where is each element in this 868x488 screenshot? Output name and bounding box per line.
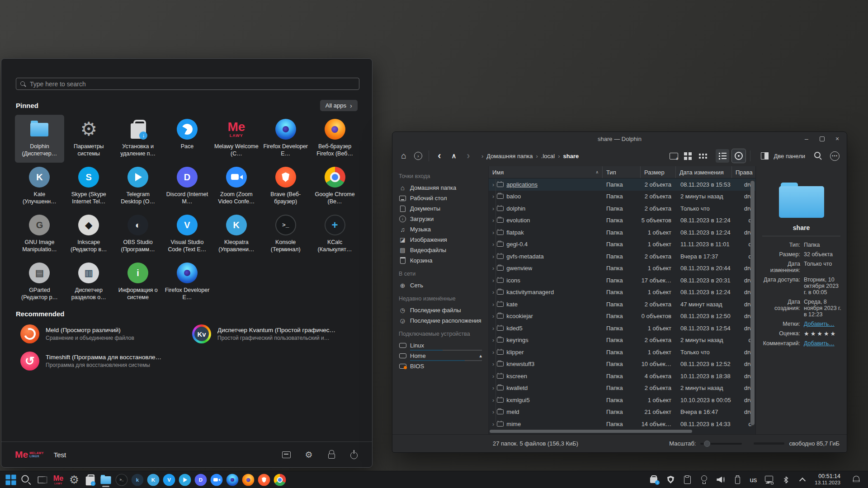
app-tile[interactable]: G GNU Image Manipulatio… bbox=[15, 211, 64, 258]
app-tile[interactable]: V Visual Studio Code (Text E… bbox=[163, 211, 212, 258]
table-row[interactable]: › kxmlgui5 Папка 1 объект 10.10.2023 в 0… bbox=[489, 394, 755, 406]
recommended-item[interactable]: Kv Диспетчер Kvantum (Простой графичес… … bbox=[192, 324, 355, 343]
sidebar-item[interactable]: Сеть ▴ bbox=[399, 280, 488, 291]
breadcrumb-home[interactable]: Домашняя папка bbox=[486, 153, 533, 160]
expander-icon[interactable]: › bbox=[492, 361, 494, 367]
notifications-bell-icon[interactable] bbox=[852, 475, 861, 485]
expander-icon[interactable]: › bbox=[492, 217, 494, 224]
table-row[interactable]: › keyrings Папка 2 объекта 2 минуты наза… bbox=[489, 334, 755, 347]
app-tile[interactable]: KCalc (Калькулят… bbox=[310, 211, 359, 258]
app-tile[interactable]: Установка и удаление п… bbox=[113, 115, 163, 163]
app-tile[interactable]: Параметры системы bbox=[64, 115, 113, 163]
icons-view-button[interactable] bbox=[683, 149, 697, 163]
app-tile[interactable]: Firefox Developer E… bbox=[261, 115, 310, 163]
column-header-name[interactable]: Имя∧ bbox=[489, 166, 603, 178]
taskbar-app-button[interactable] bbox=[98, 472, 113, 488]
app-tile[interactable]: Веб-браузер Firefox (Веб… bbox=[310, 115, 359, 163]
close-button[interactable]: × bbox=[834, 136, 840, 142]
expander-icon[interactable]: › bbox=[492, 373, 494, 380]
column-header-size[interactable]: Размер bbox=[641, 166, 676, 178]
table-row[interactable]: › knewstuff3 Папка 10 объек… 08.11.2023 … bbox=[489, 358, 755, 371]
horizontal-scrollbar[interactable] bbox=[489, 429, 755, 434]
taskbar-app-button[interactable]: V bbox=[161, 472, 177, 488]
screen-lock-icon[interactable] bbox=[764, 475, 774, 485]
sidebar-item[interactable]: Музыка ▴ bbox=[399, 224, 488, 235]
places-icon[interactable] bbox=[412, 150, 424, 162]
night-color-icon[interactable] bbox=[699, 475, 708, 485]
table-row[interactable]: › kded5 Папка 1 объект 08.11.2023 в 12:5… bbox=[489, 322, 755, 334]
removable-device-icon[interactable] bbox=[733, 475, 742, 485]
app-tile[interactable]: Me Melawy Welcome (C… bbox=[212, 115, 261, 163]
find-button[interactable] bbox=[811, 149, 825, 163]
app-tile[interactable]: K Kate (Улучшенн… bbox=[15, 163, 64, 211]
app-tile[interactable]: Zoom (Zoom Video Confe… bbox=[212, 163, 261, 211]
property-value[interactable]: ★★★★★ bbox=[804, 330, 841, 337]
titlebar[interactable]: share — Dolphin – × bbox=[392, 132, 847, 145]
property-value[interactable]: Добавить… bbox=[804, 321, 841, 327]
app-tile[interactable]: Google Chrome (Be… bbox=[310, 163, 359, 211]
table-row[interactable]: › kactivitymanagerd Папка 1 объект 08.11… bbox=[489, 286, 755, 299]
taskbar-app-button[interactable] bbox=[177, 472, 193, 488]
expander-icon[interactable]: › bbox=[492, 385, 494, 391]
taskbar-app-button[interactable] bbox=[82, 472, 98, 488]
property-value[interactable]: Среда, 8 ноября 2023 г. в 12:23 bbox=[804, 299, 841, 318]
clipboard-icon[interactable] bbox=[683, 475, 692, 485]
table-row[interactable]: › kscreen Папка 4 объекта 10.11.2023 в 1… bbox=[489, 370, 755, 382]
zoom-slider-knob[interactable] bbox=[704, 441, 710, 447]
table-row[interactable]: › klipper Папка 1 объект Только что drw bbox=[489, 346, 755, 358]
expander-icon[interactable]: › bbox=[492, 253, 494, 260]
sidebar-item[interactable]: Документы ▴ bbox=[399, 203, 488, 214]
sidebar-item[interactable]: Изображения ▴ bbox=[399, 235, 488, 245]
app-tile[interactable]: ◆ Inkscape (Редактор в… bbox=[64, 211, 113, 258]
taskbar-app-button[interactable] bbox=[3, 472, 19, 488]
keyboard-layout[interactable]: us bbox=[750, 475, 757, 485]
power-icon[interactable] bbox=[349, 450, 359, 459]
expander-icon[interactable]: › bbox=[492, 301, 494, 308]
expander-icon[interactable]: › bbox=[492, 337, 494, 343]
table-row[interactable]: › gvfs-metadata Папка 2 объекта Вчера в … bbox=[489, 250, 755, 263]
property-value[interactable]: Вторник, 10 октября 2023 г. в 00:05 bbox=[804, 277, 841, 296]
app-tile[interactable]: K Kleopatra (Управлени… bbox=[212, 211, 261, 258]
expander-icon[interactable]: › bbox=[492, 325, 494, 332]
table-row[interactable]: › evolution Папка 5 объектов 08.11.2023 … bbox=[489, 215, 755, 227]
user-name[interactable]: Test bbox=[54, 451, 66, 459]
table-row[interactable]: › gegl-0.4 Папка 1 объект 11.11.2023 в 1… bbox=[489, 239, 755, 251]
scrollbar-thumb[interactable] bbox=[750, 181, 755, 425]
compact-view-button[interactable] bbox=[699, 149, 713, 163]
preview-button[interactable] bbox=[732, 149, 745, 163]
recommended-item[interactable]: Meld (Просмотр различий) Сравнение и объ… bbox=[20, 324, 183, 343]
home-icon[interactable] bbox=[398, 150, 410, 162]
table-row[interactable]: › kate Папка 2 объекта 47 минут назад dr… bbox=[489, 298, 755, 310]
minimize-button[interactable]: – bbox=[803, 136, 810, 142]
expander-icon[interactable]: › bbox=[492, 193, 494, 200]
taskbar-app-button[interactable] bbox=[256, 472, 272, 488]
expander-icon[interactable]: › bbox=[492, 229, 494, 236]
zoom-slider[interactable] bbox=[700, 443, 742, 445]
expander-icon[interactable]: › bbox=[492, 349, 494, 356]
taskbar-app-button[interactable]: k bbox=[129, 472, 145, 488]
clock[interactable]: 00:51:14 13.11.2023 bbox=[815, 475, 840, 485]
split-view-button[interactable]: Две панели bbox=[755, 150, 809, 162]
app-tile[interactable]: ◐ OBS Studio (Программ… bbox=[113, 211, 163, 258]
table-row[interactable]: › gwenview Папка 1 объект 08.11.2023 в 2… bbox=[489, 263, 755, 275]
expander-icon[interactable]: › bbox=[492, 397, 494, 404]
expander-icon[interactable]: › bbox=[492, 265, 494, 272]
app-tile[interactable]: Firefox Developer E… bbox=[163, 258, 212, 306]
app-tile[interactable]: S Skype (Skype Internet Tel… bbox=[64, 163, 113, 211]
app-tile[interactable]: Telegram Desktop (O… bbox=[113, 163, 163, 211]
lock-icon[interactable] bbox=[327, 450, 336, 459]
sidebar-item[interactable]: Рабочий стол ▴ bbox=[399, 193, 488, 203]
bluetooth-icon[interactable] bbox=[781, 475, 790, 485]
sidebar-item[interactable]: Домашняя папка ▴ bbox=[399, 183, 488, 193]
sidebar-item[interactable]: Последние расположения ▴ bbox=[399, 315, 488, 326]
taskbar-app-button[interactable] bbox=[208, 472, 224, 488]
back-button[interactable] bbox=[434, 150, 445, 162]
table-row[interactable]: › kwalletd Папка 2 объекта 2 минуты наза… bbox=[489, 382, 755, 394]
property-value[interactable]: Только что bbox=[804, 261, 841, 273]
taskbar-app-button[interactable]: D bbox=[193, 472, 208, 488]
settings-icon[interactable] bbox=[304, 450, 313, 459]
column-header-modified[interactable]: Дата изменения bbox=[676, 166, 732, 178]
app-tile[interactable]: i Информация о системе bbox=[113, 258, 163, 306]
search-input[interactable] bbox=[30, 80, 355, 88]
breadcrumb-local[interactable]: .local bbox=[541, 153, 555, 160]
